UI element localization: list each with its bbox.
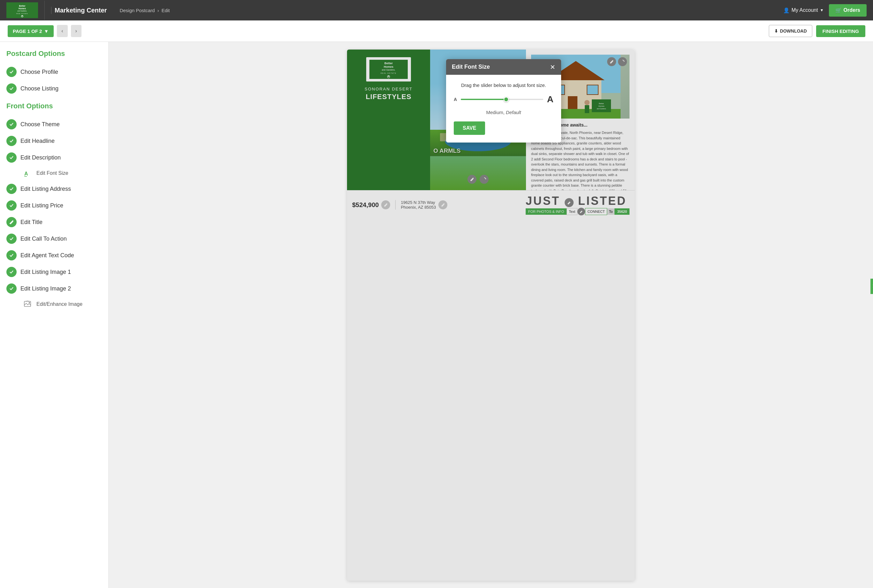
edit-listing-image-1-label: Edit Listing Image 1 bbox=[21, 269, 71, 276]
modal-overlay: Edit Font Size ✕ Drag the slider below t… bbox=[347, 50, 634, 580]
edit-enhance-image-label: Edit/Enhance Image bbox=[36, 302, 82, 307]
font-large-indicator: A bbox=[547, 94, 554, 105]
main-layout: Postcard Options Choose Profile Choose L… bbox=[0, 42, 873, 588]
postcard-options-title: Postcard Options bbox=[6, 50, 102, 58]
edit-call-to-action-label: Edit Call To Action bbox=[21, 236, 67, 242]
check-icon-choose-profile bbox=[6, 67, 16, 77]
orders-button[interactable]: 🛒 Orders bbox=[829, 4, 867, 16]
download-label: DOWNLOAD bbox=[780, 28, 807, 33]
breadcrumb-sep: › bbox=[157, 8, 159, 13]
svg-text:and Gardens.: and Gardens. bbox=[18, 10, 27, 12]
cart-icon: 🛒 bbox=[835, 8, 842, 14]
edit-description-label: Edit Description bbox=[21, 154, 61, 161]
front-options-title: Front Options bbox=[6, 102, 102, 110]
check-icon-edit-description bbox=[6, 152, 16, 163]
modal-body: Drag the slider below to adjust font siz… bbox=[446, 75, 561, 142]
sidebar-item-choose-listing[interactable]: Choose Listing bbox=[6, 80, 102, 97]
edit-listing-address-label: Edit Listing Address bbox=[21, 186, 71, 192]
svg-text:Better: Better bbox=[19, 5, 25, 7]
nav-right: 👤 My Account ▼ 🛒 Orders bbox=[783, 4, 867, 16]
slider-thumb[interactable] bbox=[504, 97, 509, 102]
edit-agent-text-code-label: Edit Agent Text Code bbox=[21, 252, 74, 259]
modal-header: Edit Font Size ✕ bbox=[446, 59, 561, 75]
my-account-button[interactable]: 👤 My Account ▼ bbox=[783, 8, 824, 14]
edit-title-label: Edit Title bbox=[21, 219, 42, 226]
edit-headline-label: Edit Headline bbox=[21, 138, 55, 144]
caret-icon: ▼ bbox=[820, 8, 824, 12]
logo: Better Homes and Gardens. REAL ESTATE bbox=[6, 1, 45, 20]
check-icon-edit-listing-price bbox=[6, 200, 16, 211]
account-icon: 👤 bbox=[783, 8, 790, 14]
sidebar-item-edit-listing-address[interactable]: Edit Listing Address bbox=[6, 180, 102, 197]
sidebar-item-edit-agent-text-code[interactable]: Edit Agent Text Code bbox=[6, 247, 102, 264]
svg-text:REAL ESTATE: REAL ESTATE bbox=[16, 13, 28, 14]
svg-text:A: A bbox=[24, 171, 28, 176]
my-account-label: My Account bbox=[792, 8, 818, 13]
choose-theme-label: Choose Theme bbox=[21, 121, 60, 128]
edit-listing-price-label: Edit Listing Price bbox=[21, 202, 63, 209]
sidebar-item-edit-listing-image-1[interactable]: Edit Listing Image 1 bbox=[6, 264, 102, 280]
check-icon-edit-listing-image-2 bbox=[6, 284, 16, 294]
check-icon-edit-call-to-action bbox=[6, 234, 16, 244]
choose-profile-label: Choose Profile bbox=[21, 69, 58, 75]
sidebar-item-edit-listing-image-2[interactable]: Edit Listing Image 2 bbox=[6, 280, 102, 297]
toolbar: PAGE 1 OF 2 ▼ ‹ › ⬇ DOWNLOAD FINISH EDIT… bbox=[0, 21, 873, 42]
check-icon-choose-theme bbox=[6, 119, 16, 129]
modal-save-button[interactable]: SAVE bbox=[454, 122, 485, 135]
sidebar-item-edit-listing-price[interactable]: Edit Listing Price bbox=[6, 197, 102, 214]
edit-listing-image-2-label: Edit Listing Image 2 bbox=[21, 285, 71, 292]
toolbar-left: PAGE 1 OF 2 ▼ ‹ › bbox=[8, 25, 81, 37]
svg-point-9 bbox=[29, 302, 30, 303]
page-select-label: PAGE 1 OF 2 bbox=[13, 28, 42, 34]
font-size-slider[interactable] bbox=[461, 99, 543, 100]
sidebar-item-edit-title[interactable]: Edit Title bbox=[6, 214, 102, 230]
orders-label: Orders bbox=[844, 8, 860, 13]
pencil-icon-edit-title bbox=[6, 217, 16, 227]
top-nav: Better Homes and Gardens. REAL ESTATE Ma… bbox=[0, 0, 873, 21]
edit-font-size-modal: Edit Font Size ✕ Drag the slider below t… bbox=[446, 59, 561, 142]
feedback-tab[interactable]: Feedback bbox=[870, 279, 873, 294]
content-area: Edit Font Size ✕ Drag the slider below t… bbox=[109, 42, 873, 588]
breadcrumb-step1[interactable]: Design Postcard bbox=[120, 8, 154, 13]
nav-title: Marketing Center bbox=[51, 7, 107, 14]
check-icon-edit-agent-text-code bbox=[6, 250, 16, 261]
breadcrumb: Design Postcard › Edit bbox=[120, 8, 170, 13]
breadcrumb-step2: Edit bbox=[161, 8, 170, 13]
finish-editing-button[interactable]: FINISH EDITING bbox=[816, 25, 866, 37]
check-icon-choose-listing bbox=[6, 83, 16, 94]
modal-description: Drag the slider below to adjust font siz… bbox=[454, 82, 554, 88]
check-icon-edit-headline bbox=[6, 136, 16, 146]
page-select-caret: ▼ bbox=[44, 28, 49, 34]
sidebar: Postcard Options Choose Profile Choose L… bbox=[0, 42, 109, 588]
font-slider-row: A A bbox=[454, 94, 554, 105]
enhance-icon bbox=[23, 299, 33, 309]
check-icon-edit-listing-address bbox=[6, 184, 16, 194]
toolbar-right: ⬇ DOWNLOAD FINISH EDITING bbox=[769, 25, 866, 37]
font-small-indicator: A bbox=[454, 97, 457, 102]
font-size-icon: A bbox=[23, 168, 33, 178]
sidebar-item-edit-call-to-action[interactable]: Edit Call To Action bbox=[6, 230, 102, 247]
slider-fill bbox=[461, 99, 506, 100]
font-size-default-label: Default bbox=[506, 110, 521, 115]
next-page-button[interactable]: › bbox=[71, 25, 81, 37]
sidebar-item-choose-profile[interactable]: Choose Profile bbox=[6, 64, 102, 80]
sidebar-item-edit-font-size[interactable]: A Edit Font Size bbox=[6, 166, 102, 180]
sidebar-item-choose-theme[interactable]: Choose Theme bbox=[6, 116, 102, 133]
sidebar-item-edit-description[interactable]: Edit Description bbox=[6, 149, 102, 166]
download-icon: ⬇ bbox=[774, 28, 778, 33]
nav-left: Better Homes and Gardens. REAL ESTATE Ma… bbox=[6, 1, 170, 20]
check-icon-edit-listing-image-1 bbox=[6, 267, 16, 277]
svg-text:Homes: Homes bbox=[18, 8, 26, 10]
font-size-value-label: Medium, Default bbox=[454, 110, 554, 115]
modal-title: Edit Font Size bbox=[452, 64, 490, 70]
page-select-button[interactable]: PAGE 1 OF 2 ▼ bbox=[8, 25, 54, 37]
edit-font-size-label: Edit Font Size bbox=[36, 170, 68, 176]
prev-page-button[interactable]: ‹ bbox=[57, 25, 68, 37]
download-button[interactable]: ⬇ DOWNLOAD bbox=[769, 25, 812, 37]
sidebar-item-edit-enhance-image[interactable]: Edit/Enhance Image bbox=[6, 297, 102, 312]
sidebar-item-edit-headline[interactable]: Edit Headline bbox=[6, 133, 102, 149]
modal-close-button[interactable]: ✕ bbox=[550, 64, 555, 70]
choose-listing-label: Choose Listing bbox=[21, 86, 58, 92]
postcard-preview: Edit Font Size ✕ Drag the slider below t… bbox=[347, 50, 634, 580]
font-size-medium-label: Medium, bbox=[486, 110, 506, 115]
